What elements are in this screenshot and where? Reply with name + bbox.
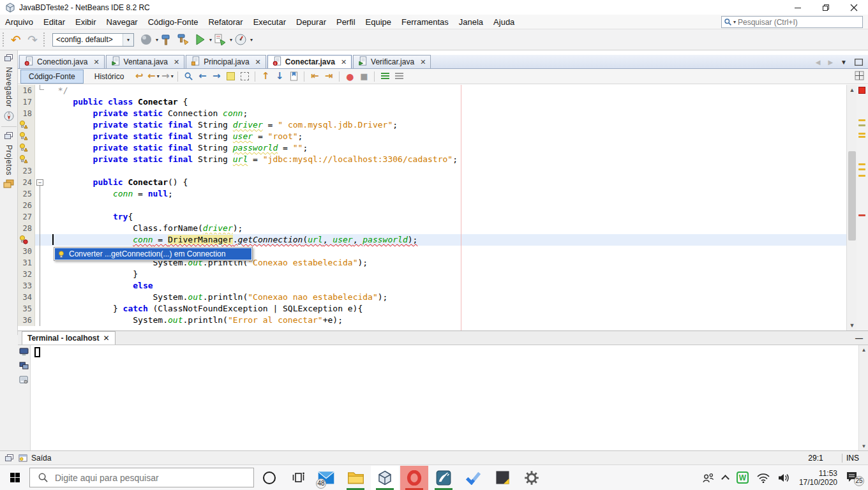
- start-button[interactable]: [0, 465, 29, 490]
- toggle-highlight-search-icon[interactable]: [223, 70, 237, 83]
- wampserver-icon[interactable]: W: [737, 471, 749, 484]
- terminal-scrollbar[interactable]: ▲ ▼: [858, 345, 868, 450]
- taskbar-app-mail-icon[interactable]: 48: [312, 466, 340, 490]
- scrollbar-thumb[interactable]: [848, 151, 856, 241]
- code-line-35[interactable]: 35 } catch (ClassNotFoundException | SQL…: [18, 303, 846, 315]
- tab-principal-java[interactable]: Principal.java✕: [186, 55, 266, 68]
- code-line[interactable]: private static final String passworld = …: [18, 142, 846, 154]
- code-line-17[interactable]: 17 public class Conectar {: [18, 96, 846, 108]
- debug-icon[interactable]: [213, 31, 228, 48]
- code-line[interactable]: private static final String driver = " c…: [18, 119, 846, 131]
- previous-occurrence-icon[interactable]: ←: [195, 70, 209, 83]
- forward-icon[interactable]: →▾: [160, 70, 174, 83]
- close-icon[interactable]: ✕: [103, 334, 109, 343]
- menu-ajuda[interactable]: Ajuda: [488, 15, 520, 29]
- menu-exibir[interactable]: Exibir: [70, 15, 101, 29]
- code-line-18[interactable]: 18 private static Connection conn;: [18, 108, 846, 119]
- task-view-icon[interactable]: [285, 466, 311, 490]
- taskbar-app-settings-icon[interactable]: [518, 466, 546, 490]
- sidebar-item-navegador[interactable]: Navegador: [4, 50, 14, 121]
- deploy-icon[interactable]: [138, 31, 154, 48]
- menu-refatorar[interactable]: Refatorar: [203, 15, 248, 29]
- menu-depurar[interactable]: Depurar: [291, 15, 331, 29]
- build-icon[interactable]: [159, 31, 174, 48]
- warning-bulb-icon[interactable]: [18, 119, 35, 131]
- code-line-32[interactable]: 32 }: [18, 269, 846, 280]
- notification-center-icon[interactable]: 25: [846, 471, 862, 484]
- taskbar-app-mysql-workbench-icon[interactable]: [430, 466, 458, 490]
- profile-dropdown-icon[interactable]: ▾: [250, 37, 253, 43]
- split-editor-icon[interactable]: [855, 71, 864, 82]
- warning-bulb-icon[interactable]: [18, 142, 35, 154]
- config-dropdown-icon[interactable]: ▾: [123, 34, 133, 46]
- taskbar-app-sticky-notes-icon[interactable]: [488, 466, 516, 490]
- deploy-dropdown-icon[interactable]: ▾: [156, 37, 158, 43]
- scroll-tabs-left-icon[interactable]: ◀: [816, 59, 821, 66]
- close-icon[interactable]: ✕: [255, 58, 261, 66]
- dock-window-icon[interactable]: [4, 54, 13, 62]
- code-line-34[interactable]: 34 System.out.println("Conexao nao estab…: [18, 292, 846, 303]
- error-stripe-mark[interactable]: [858, 175, 865, 177]
- code-line-33[interactable]: 33 else: [18, 280, 846, 292]
- shift-line-right-icon[interactable]: ⇥: [322, 70, 336, 83]
- taskbar-app-opera-icon[interactable]: [400, 466, 428, 490]
- tab-conection-java[interactable]: !Conection.java✕: [19, 55, 105, 68]
- volume-icon[interactable]: [778, 473, 791, 483]
- code-line-36[interactable]: 36 System.out.println("Error al conectar…: [18, 315, 846, 326]
- taskbar-app-file-explorer-icon[interactable]: [341, 466, 370, 490]
- scroll-down-icon[interactable]: ▼: [859, 442, 868, 450]
- tab-ventana-java[interactable]: Ventana.java✕: [106, 55, 185, 68]
- view-tab-c-digo-fonte[interactable]: Código-Fonte: [20, 70, 84, 84]
- config-select[interactable]: <config. default> ▾: [52, 33, 134, 47]
- menu-executar[interactable]: Executar: [248, 15, 291, 29]
- last-edit-position-icon[interactable]: ↩: [132, 70, 146, 83]
- warning-bulb-icon[interactable]: [18, 154, 35, 165]
- code-line-24[interactable]: 24− public Conectar() {: [18, 177, 846, 188]
- output-window-icon[interactable]: [19, 454, 28, 463]
- scroll-down-icon[interactable]: ▼: [847, 320, 857, 330]
- menu-ferramentas[interactable]: Ferramentas: [396, 15, 454, 29]
- error-bulb-icon[interactable]: [18, 234, 35, 246]
- tray-expand-icon[interactable]: [721, 475, 730, 483]
- shift-line-left-icon[interactable]: ⇤: [308, 70, 322, 83]
- close-icon[interactable]: ✕: [174, 58, 179, 66]
- warning-bulb-icon[interactable]: [18, 131, 35, 142]
- wifi-icon[interactable]: [757, 473, 770, 483]
- error-stripe[interactable]: [857, 85, 868, 330]
- dock-window-icon[interactable]: [4, 132, 13, 140]
- close-icon[interactable]: ✕: [420, 58, 426, 66]
- view-tab-hist-rico[interactable]: Histórico: [86, 70, 133, 84]
- code-line-16[interactable]: 16 */: [18, 85, 846, 96]
- taskbar-search-input[interactable]: [55, 473, 253, 483]
- undo-icon[interactable]: ↶: [8, 31, 24, 48]
- menu-equipe[interactable]: Equipe: [361, 15, 396, 29]
- file-error-status-icon[interactable]: [858, 87, 865, 94]
- tab-verificar-java[interactable]: Verificar.java✕: [353, 55, 431, 68]
- clock[interactable]: 11:53 17/10/2020: [799, 469, 837, 487]
- menu-janela[interactable]: Janela: [454, 15, 488, 29]
- terminal-settings-icon[interactable]: [19, 376, 29, 384]
- next-bookmark-icon[interactable]: ↓: [273, 70, 287, 83]
- error-stripe-mark[interactable]: [858, 136, 865, 138]
- tab-terminal-localhost[interactable]: Terminal - localhost ✕: [22, 331, 116, 345]
- restore-icon[interactable]: [812, 0, 840, 15]
- cortana-icon[interactable]: [263, 471, 276, 484]
- editor-hint-popup[interactable]: Converter ...getConnection(...) em Conne…: [54, 247, 253, 261]
- start-macro-recording-icon[interactable]: ●: [343, 70, 357, 83]
- rectangular-selection-icon[interactable]: [237, 70, 251, 83]
- stop-macro-recording-icon[interactable]: ■: [357, 70, 371, 83]
- menu-arquivo[interactable]: Arquivo: [0, 15, 38, 29]
- quick-search-box[interactable]: ▾: [721, 16, 863, 28]
- minimize-icon[interactable]: [784, 0, 812, 15]
- editor-scrollbar[interactable]: ▲ ▼: [846, 85, 857, 330]
- code-line-28[interactable]: 28 Class.forName(driver);: [18, 223, 846, 234]
- code-line-25[interactable]: 25 conn = null;: [18, 188, 846, 200]
- close-icon[interactable]: ✕: [93, 58, 99, 66]
- search-dropdown-icon[interactable]: ▾: [733, 19, 736, 25]
- error-stripe-mark[interactable]: [858, 214, 865, 216]
- menu-editar[interactable]: Editar: [38, 15, 70, 29]
- menu-navegar[interactable]: Navegar: [101, 15, 143, 29]
- scroll-up-icon[interactable]: ▲: [859, 345, 868, 354]
- terminal-body[interactable]: ▲ ▼: [18, 345, 868, 450]
- run-icon[interactable]: [192, 31, 207, 48]
